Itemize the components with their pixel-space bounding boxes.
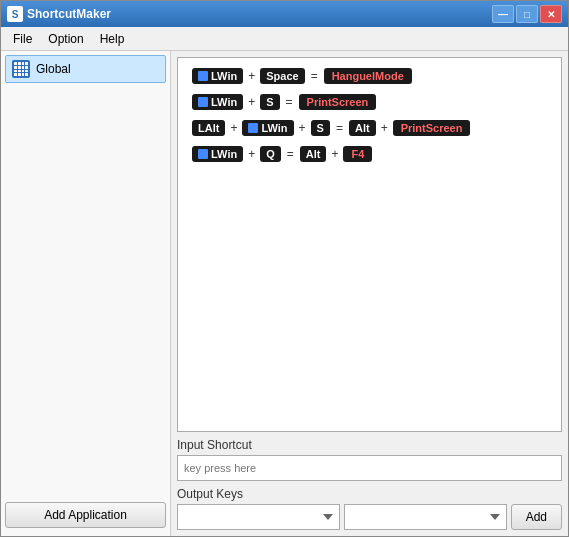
key-alt-2: Alt (349, 120, 376, 136)
result-3: F4 (343, 146, 372, 162)
key-alt-3: Alt (300, 146, 327, 162)
sidebar-item-global[interactable]: Global (5, 55, 166, 83)
titlebar: S ShortcutMaker — □ ✕ (1, 1, 568, 27)
output-keys-label: Output Keys (177, 487, 562, 501)
key-s-1: S (260, 94, 279, 110)
output-row: Add (177, 504, 562, 530)
key-q-3: Q (260, 146, 281, 162)
output-keys-section: Output Keys Add (177, 487, 562, 530)
shortcuts-display: LWin + Space = HanguelMode LWin + S = Pr… (177, 57, 562, 432)
titlebar-left: S ShortcutMaker (7, 6, 111, 22)
key-space-0: Space (260, 68, 304, 84)
equals-3: = (287, 147, 294, 161)
win-icon-0 (198, 71, 208, 81)
add-application-button[interactable]: Add Application (5, 502, 166, 528)
equals-1: = (286, 95, 293, 109)
key-lwin-2: LWin (242, 120, 293, 136)
win-icon-3 (198, 149, 208, 159)
shortcut-row-2: LAlt + LWin + S = Alt + PrintScreen (192, 120, 547, 136)
win-icon-2 (248, 123, 258, 133)
plus-3b: + (331, 147, 338, 161)
key-lwin-0: LWin (192, 68, 243, 84)
main-window: S ShortcutMaker — □ ✕ File Option Help G… (0, 0, 569, 537)
minimize-button[interactable]: — (492, 5, 514, 23)
input-shortcut-field[interactable] (177, 455, 562, 481)
plus-3a: + (248, 147, 255, 161)
plus-0a: + (248, 69, 255, 83)
sidebar-item-global-label: Global (36, 62, 71, 76)
sidebar-spacer (5, 83, 166, 498)
plus-2b: + (299, 121, 306, 135)
input-shortcut-label: Input Shortcut (177, 438, 562, 452)
key-lwin-3: LWin (192, 146, 243, 162)
shortcut-row-3: LWin + Q = Alt + F4 (192, 146, 547, 162)
equals-0: = (311, 69, 318, 83)
shortcut-row-1: LWin + S = PrintScreen (192, 94, 547, 110)
shortcut-row-0: LWin + Space = HanguelMode (192, 68, 547, 84)
result-2: PrintScreen (393, 120, 471, 136)
sidebar: Global Add Application (1, 51, 171, 536)
main-panel: LWin + Space = HanguelMode LWin + S = Pr… (171, 51, 568, 536)
menubar: File Option Help (1, 27, 568, 51)
key-s-2: S (311, 120, 330, 136)
plus-2c: + (381, 121, 388, 135)
titlebar-controls: — □ ✕ (492, 5, 562, 23)
result-1: PrintScreen (299, 94, 377, 110)
content-area: Global Add Application LWin + Space = Ha… (1, 51, 568, 536)
maximize-button[interactable]: □ (516, 5, 538, 23)
titlebar-title: ShortcutMaker (27, 7, 111, 21)
win-icon-1 (198, 97, 208, 107)
plus-2a: + (230, 121, 237, 135)
app-icon: S (7, 6, 23, 22)
equals-2: = (336, 121, 343, 135)
menu-option[interactable]: Option (40, 30, 91, 48)
plus-1a: + (248, 95, 255, 109)
add-output-button[interactable]: Add (511, 504, 562, 530)
key-lalt-2: LAlt (192, 120, 225, 136)
grid-icon (12, 60, 30, 78)
result-0: HanguelMode (324, 68, 412, 84)
output-select-1[interactable] (177, 504, 340, 530)
menu-file[interactable]: File (5, 30, 40, 48)
output-select-2[interactable] (344, 504, 507, 530)
key-lwin-1: LWin (192, 94, 243, 110)
menu-help[interactable]: Help (92, 30, 133, 48)
input-shortcut-section: Input Shortcut (177, 438, 562, 481)
close-button[interactable]: ✕ (540, 5, 562, 23)
